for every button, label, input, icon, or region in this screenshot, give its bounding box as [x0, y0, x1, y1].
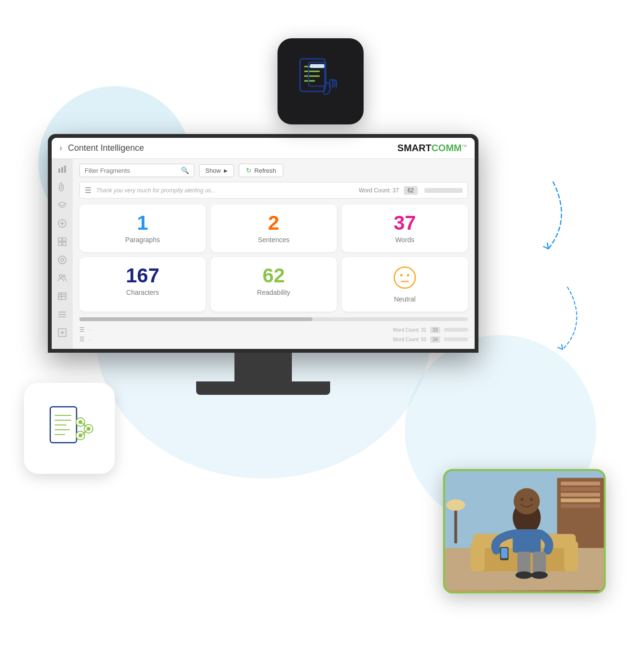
svg-rect-68: [513, 529, 541, 553]
neutral-smiley-icon: [393, 266, 417, 290]
refresh-button[interactable]: ↻ Refresh: [239, 164, 284, 177]
sidebar-icon-plus-box[interactable]: [57, 327, 67, 338]
show-button[interactable]: Show ▶: [199, 164, 234, 177]
stat-card-paragraphs: 1 Paragraphs: [79, 204, 206, 252]
svg-point-46: [78, 420, 82, 424]
svg-point-71: [521, 498, 523, 501]
svg-rect-15: [58, 242, 62, 246]
svg-point-48: [78, 434, 82, 437]
person-illustration: [445, 469, 604, 592]
person-photo: [445, 471, 604, 592]
dashed-arrow-decoration: [467, 163, 572, 268]
sidebar: [52, 159, 73, 349]
svg-point-47: [87, 427, 90, 431]
sidebar-icon-table[interactable]: [57, 291, 67, 302]
wc-label-2: Word Count: 55: [393, 337, 426, 342]
svg-point-18: [61, 258, 64, 261]
monitor-inner: › Content Intelligence SMARTCOMM™: [52, 138, 475, 349]
stat-card-words: 37 Words: [342, 204, 468, 252]
svg-rect-57: [561, 493, 600, 497]
float-card-document-touch: [278, 38, 364, 124]
fragment-row: ☰ Thank you very much for promptly alert…: [79, 182, 468, 199]
sidebar-icon-people[interactable]: [57, 273, 67, 283]
monitor-stand-base: [196, 381, 330, 395]
stat-value-paragraphs: 1: [85, 213, 200, 233]
svg-point-67: [514, 488, 540, 514]
monitor-stand-neck: [234, 353, 292, 381]
word-count-bar: [424, 188, 463, 193]
sidebar-icon-grid[interactable]: [57, 236, 67, 247]
app-header: › Content Intelligence SMARTCOMM™: [52, 138, 475, 159]
main-content: 🔍 Show ▶ ↻ Refresh ☰: [73, 159, 475, 349]
monitor-screen: › Content Intelligence SMARTCOMM™: [48, 134, 478, 353]
sidebar-icon-layers[interactable]: [57, 200, 67, 211]
svg-point-61: [446, 500, 465, 511]
svg-rect-9: [64, 166, 66, 173]
svg-rect-21: [58, 293, 66, 300]
stat-value-words: 37: [347, 213, 462, 233]
refresh-icon: ↻: [246, 167, 252, 174]
svg-point-76: [531, 571, 548, 579]
photo-card: [443, 469, 606, 593]
wc-box-2: 34: [430, 336, 440, 343]
svg-rect-8: [61, 167, 63, 173]
filter-input[interactable]: [85, 167, 181, 174]
svg-point-72: [530, 498, 533, 501]
bottom-row-text-2: ···: [89, 337, 389, 342]
svg-point-20: [63, 275, 66, 278]
svg-rect-58: [561, 499, 600, 502]
svg-rect-7: [58, 168, 60, 173]
doc-touch-icon: [294, 55, 347, 108]
sidebar-icon-plus-circle[interactable]: [57, 218, 67, 229]
sidebar-icon-chart[interactable]: [57, 164, 67, 174]
stat-value-sentences: 2: [216, 213, 331, 233]
stat-label-words: Words: [347, 236, 462, 244]
stat-value-characters: 167: [85, 266, 200, 286]
stat-label-sentences: Sentences: [216, 236, 331, 244]
wc-bar-1: [444, 328, 468, 332]
svg-rect-13: [58, 238, 62, 241]
stat-label-characters: Characters: [85, 289, 200, 296]
sidebar-icon-list[interactable]: [57, 309, 67, 320]
stat-card-readability: 62 Readability: [211, 257, 337, 312]
bottom-row-icon-2: ☰: [79, 336, 85, 343]
toolbar: 🔍 Show ▶ ↻ Refresh: [79, 164, 468, 177]
svg-rect-70: [501, 548, 508, 558]
sidebar-icon-circle[interactable]: [57, 255, 67, 265]
stat-label-paragraphs: Paragraphs: [85, 236, 200, 244]
dashes-decoration-right: [510, 278, 587, 354]
fragment-preview-text: Thank you very much for promptly alertin…: [96, 187, 354, 194]
bottom-row-text-1: ···: [89, 327, 389, 333]
word-count-label: Word Count: 37: [359, 187, 399, 194]
svg-point-75: [515, 571, 532, 579]
svg-rect-64: [471, 541, 485, 571]
stat-label-readability: Readability: [216, 289, 331, 296]
svg-rect-6: [310, 64, 324, 68]
share-doc-icon: [43, 402, 96, 455]
stat-value-readability: 62: [216, 266, 331, 286]
svg-rect-14: [63, 238, 66, 241]
svg-rect-60: [455, 506, 457, 543]
float-card-share-document: [24, 383, 115, 474]
scrollbar[interactable]: [79, 317, 468, 321]
chevron-right-icon[interactable]: ›: [59, 143, 62, 153]
search-icon[interactable]: 🔍: [181, 167, 189, 174]
svg-rect-16: [63, 242, 66, 246]
svg-point-31: [394, 267, 415, 288]
stat-value-neutral: [347, 266, 462, 292]
smartcomm-logo: SMARTCOMM™: [398, 143, 467, 154]
page-title: Content Intelligence: [68, 143, 144, 153]
stat-label-neutral: Neutral: [347, 295, 462, 303]
stat-card-neutral: Neutral: [342, 257, 468, 312]
stat-card-characters: 167 Characters: [79, 257, 206, 312]
word-count-box: 62: [404, 186, 418, 195]
svg-rect-56: [561, 487, 600, 491]
filter-input-wrap[interactable]: 🔍: [79, 164, 194, 177]
wc-bar-2: [444, 337, 468, 341]
chevron-down-icon: ▶: [224, 168, 228, 173]
svg-rect-65: [564, 541, 578, 571]
scrollbar-thumb[interactable]: [79, 317, 312, 321]
app-body: 🔍 Show ▶ ↻ Refresh ☰: [52, 159, 475, 349]
sidebar-icon-attachment[interactable]: [57, 182, 67, 192]
svg-point-17: [58, 256, 66, 264]
